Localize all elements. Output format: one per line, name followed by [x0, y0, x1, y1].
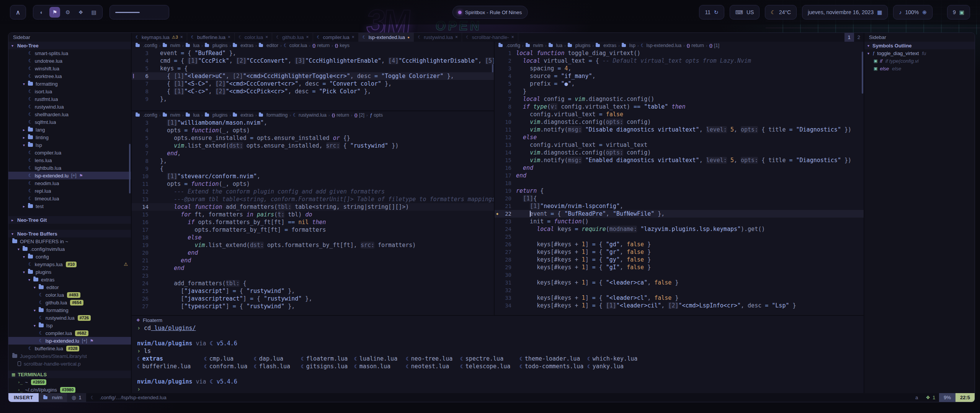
tree-item[interactable]: ☾github.lua#654: [8, 299, 131, 306]
close-icon[interactable]: ×: [352, 34, 354, 40]
tree-item[interactable]: ☾lightbulb.lua: [8, 164, 131, 172]
code-line[interactable]: 34 keys[#keys + 1] = { [1]"<leader>cil",…: [495, 302, 864, 309]
code-line[interactable]: 25 ["javascript"] = { "rustywind" },: [132, 287, 494, 295]
tree-item[interactable]: ☾rustywind.lua#726: [8, 314, 131, 322]
tree-item[interactable]: ▾extras: [8, 276, 131, 283]
tree-item[interactable]: ☾lsp-extended.lu[+]⚑: [8, 172, 131, 179]
tree-item[interactable]: ▾editor: [8, 283, 131, 291]
breadcrumb-item[interactable]: ƒopts: [370, 112, 383, 118]
tree-item[interactable]: ▾lsp: [8, 322, 131, 329]
close-icon[interactable]: ×: [180, 34, 183, 40]
tree-item[interactable]: ☾repl.lua: [8, 187, 131, 195]
tree-item[interactable]: ▾formatting: [8, 80, 131, 88]
close-icon[interactable]: ×: [306, 34, 309, 40]
tree-item[interactable]: ▸lang: [8, 126, 131, 133]
tree-item[interactable]: Juegos/Indies/SteamLibrary/st: [8, 352, 131, 360]
code-line[interactable]: 31 keys[#keys + 1] = { "<leader>ca", fal…: [495, 279, 864, 286]
breadcrumb-item[interactable]: {}return: [332, 112, 349, 118]
breadcrumb-item[interactable]: ☾color.lua: [284, 43, 307, 48]
breadcrumb-item[interactable]: .config: [136, 43, 157, 48]
tree-item[interactable]: ☾smart-splits.lua: [8, 49, 131, 57]
breadcrumb-item[interactable]: ☾rustywind.lua: [293, 112, 327, 118]
code-line[interactable]: 16 end: [495, 164, 864, 172]
tab-keymaps.lua[interactable]: ☾keymaps.lua⚠3×: [132, 33, 187, 42]
tree-item[interactable]: ☾worktree.lua: [8, 72, 131, 80]
workspace-button[interactable]: ◐: [36, 7, 47, 18]
breadcrumb-item[interactable]: lua: [186, 112, 200, 118]
outline-item[interactable]: ▣ifif type(config.vi: [864, 57, 975, 65]
breadcrumb-item[interactable]: lua: [549, 43, 563, 48]
editor-window-rustywind[interactable]: .config›nvim›lua›plugins›extras›formatti…: [132, 111, 494, 315]
code-line[interactable]: 15 for ft, formatters in pairs(t: tbl) d…: [132, 211, 494, 218]
tree-item[interactable]: scrollbar-handle-vertical.p: [8, 360, 131, 367]
tab-scrollbar-handle-[interactable]: ☾scrollbar-handle-×: [462, 33, 518, 42]
systray-widget[interactable]: 9▣: [947, 5, 970, 20]
keyboard-layout-widget[interactable]: ⌨US: [730, 5, 760, 20]
breadcrumb-item[interactable]: nvim: [163, 43, 180, 48]
code-line[interactable]: 27 ["typescript"] = { "rustywind" },: [132, 302, 494, 310]
code-line[interactable]: 3 spacing = 4,: [495, 65, 864, 72]
breadcrumb-item[interactable]: .config: [136, 112, 157, 118]
tree-item[interactable]: ☾lens.lua: [8, 156, 131, 164]
breadcrumb-item[interactable]: {}[1]: [709, 43, 719, 48]
breadcrumb-item[interactable]: editor: [259, 43, 278, 48]
code-line[interactable]: 28 keys[#keys + 1] = { "gy", false }: [495, 256, 864, 263]
tree-item[interactable]: ☾timeout.lua: [8, 195, 131, 202]
code-line[interactable]: 8 { [1]"<C-c>", [2]"<cmd>CccPick<cr>", d…: [132, 88, 494, 95]
code-line[interactable]: 23: [132, 272, 494, 280]
tab-github.lua[interactable]: ☾github.lua×: [272, 33, 313, 42]
tree-item[interactable]: ☾compiler.lua#682: [8, 329, 131, 337]
editor-window-color[interactable]: .config›nvim›lua›plugins›extras›editor›☾…: [132, 42, 494, 111]
code-line[interactable]: 33 keys[#keys + 1] = { "<leader>cl", fal…: [495, 294, 864, 302]
tree-item[interactable]: ☾rustfmt.lua: [8, 95, 131, 103]
code-area[interactable]: 3 [1]"williamboman/mason.nvim",4 opts = …: [132, 119, 494, 310]
code-line[interactable]: 13 ---@param tbl table<string, conform.F…: [132, 195, 494, 203]
tree-item[interactable]: ☾neodim.lua: [8, 179, 131, 187]
code-line[interactable]: 9 {: [132, 165, 494, 172]
tab-rustywind.lua[interactable]: ☾rustywind.lua×: [414, 33, 462, 42]
code-line[interactable]: ◆22 event = { "BufReadPre", "BufNewFile"…: [495, 210, 864, 218]
breadcrumb-item[interactable]: lua: [186, 43, 200, 48]
tree-item[interactable]: ▾.config/nvim/lua: [8, 245, 131, 253]
code-line[interactable]: 6 vim.list_extend(dst: opts.ensure_insta…: [132, 142, 494, 150]
music-widget[interactable]: Spiritbox - Rule Of Nines: [452, 6, 528, 19]
breadcrumb-item[interactable]: plugins: [205, 43, 228, 48]
code-line[interactable]: 1local function toggle_diag_virtext(): [495, 49, 864, 57]
tab-color.lua[interactable]: ☾color.lua×: [235, 33, 272, 42]
code-line[interactable]: 3 event = { "BufRead" },: [132, 49, 494, 57]
code-line[interactable]: 17end: [495, 172, 864, 179]
terminal-output[interactable]: › cd lua/plugins/ nvim/lua/plugins via ☾…: [132, 324, 864, 393]
code-line[interactable]: 25: [495, 233, 864, 241]
updates-widget[interactable]: 11↻: [699, 5, 724, 20]
tree-item[interactable]: ☾sqlfmt.lua: [8, 118, 131, 126]
tree-item[interactable]: ☾compiler.lua: [8, 149, 131, 156]
tab-compiler.lua[interactable]: ☾compiler.lua×: [313, 33, 359, 42]
launcher-button[interactable]: ∧: [10, 5, 26, 20]
breadcrumb-item[interactable]: {}keys: [335, 43, 350, 48]
section-header-neotree[interactable]: ▾Neo-Tree: [8, 42, 131, 49]
code-line[interactable]: 4 opts = function(_, opts): [132, 127, 494, 134]
code-line[interactable]: 17 opts.formatters_by_ft[ft] = formatter…: [132, 226, 494, 234]
code-line[interactable]: 16 if opts.formatters_by_ft[ft] == nil t…: [132, 218, 494, 226]
tree-item[interactable]: ▾lsp: [8, 141, 131, 149]
code-line[interactable]: 9 config.virtual_text = false: [495, 111, 864, 118]
tree-item[interactable]: ▸linting: [8, 133, 131, 141]
close-icon[interactable]: ×: [265, 34, 268, 40]
code-line[interactable]: 4 source = "if_many",: [495, 72, 864, 80]
code-line[interactable]: 8 if type(v: config.virtual_text) == "ta…: [495, 103, 864, 111]
breadcrumb-item[interactable]: plugins: [568, 43, 591, 48]
code-line[interactable]: 15 vim.notify(msg: "Enabled diagnostics …: [495, 156, 864, 164]
code-line[interactable]: 5 opts.ensure_installed = opts.ensure_in…: [132, 134, 494, 142]
code-line[interactable]: 14 local function add_formatters(tbl: ta…: [132, 203, 494, 211]
tree-item[interactable]: ▾config: [8, 253, 131, 260]
code-line[interactable]: 10 vim.diagnostic.config(opts: config): [495, 118, 864, 126]
workspace-button[interactable]: ❖: [75, 7, 86, 18]
code-line[interactable]: 26 keys[#keys + 1] = { "gd", false }: [495, 241, 864, 248]
breadcrumb-item[interactable]: .config: [498, 43, 520, 48]
breadcrumb-item[interactable]: {}return: [687, 43, 704, 48]
code-line[interactable]: 22 end: [132, 264, 494, 272]
code-line[interactable]: 24 add_formatters(tbl: {: [132, 280, 494, 287]
tree-item[interactable]: ›_~#2859: [8, 378, 131, 386]
tree-item[interactable]: ☾isort.lua: [8, 88, 131, 95]
tree-item[interactable]: ☾shellharden.lua: [8, 111, 131, 118]
